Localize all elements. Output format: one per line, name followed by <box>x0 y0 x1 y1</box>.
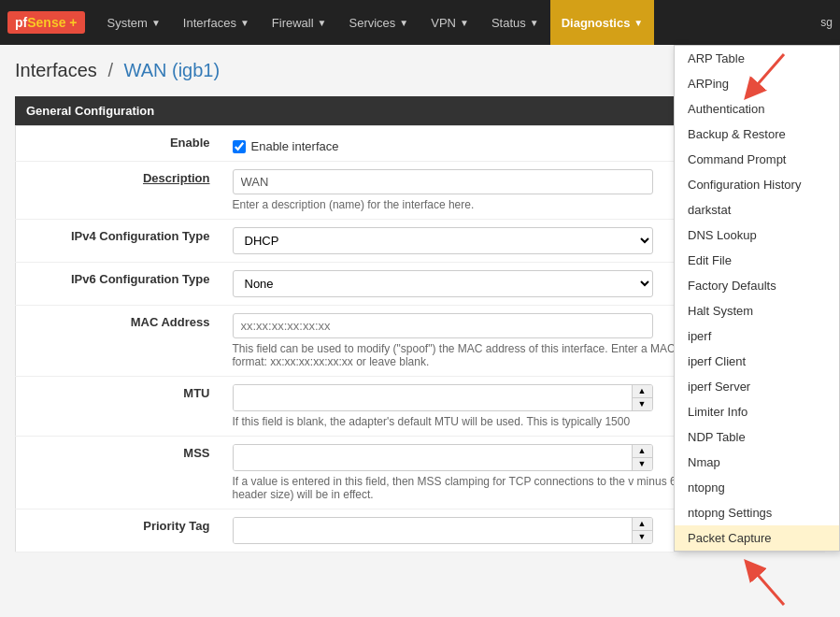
dropdown-item-edit-file[interactable]: Edit File <box>675 248 839 273</box>
label-mtu: MTU <box>16 377 221 437</box>
nav-firewall[interactable]: Firewall ▼ <box>261 0 338 45</box>
dropdown-item-arp-table[interactable]: ARP Table <box>675 46 839 71</box>
ipv6-select[interactable]: None DHCPv6 Static SLAAC <box>233 270 653 297</box>
interfaces-caret: ▼ <box>240 18 249 28</box>
priority-tag-down-button[interactable]: ▼ <box>633 531 652 543</box>
enable-checkbox[interactable] <box>233 140 246 153</box>
system-caret: ▼ <box>151 18 161 28</box>
label-priority-tag: Priority Tag <box>16 509 221 552</box>
label-ipv6: IPv6 Configuration Type <box>16 263 221 306</box>
dropdown-item-ntopng[interactable]: ntopng <box>675 475 839 500</box>
dropdown-item-halt-system[interactable]: Halt System <box>675 298 839 323</box>
navbar: pfSense + System ▼ Interfaces ▼ Firewall… <box>0 0 840 45</box>
breadcrumb-sep: / <box>107 60 113 80</box>
dropdown-item-backup-restore[interactable]: Backup & Restore <box>675 122 839 147</box>
breadcrumb-current: WAN (igb1) <box>124 60 221 80</box>
nav-vpn[interactable]: VPN ▼ <box>420 0 480 45</box>
checkbox-text-enable: Enable interface <box>251 139 339 153</box>
dropdown-item-dns-lookup[interactable]: DNS Lookup <box>675 222 839 248</box>
nav-system[interactable]: System ▼ <box>96 0 172 45</box>
mss-arrows: ▲ ▼ <box>632 445 652 470</box>
page-content: Interfaces / WAN (igb1) General Configur… <box>0 45 840 617</box>
mtu-down-button[interactable]: ▼ <box>633 398 652 410</box>
label-description: Description <box>16 162 221 220</box>
nav-right-text: sg <box>820 16 833 29</box>
logo-sense: Sense <box>27 15 65 30</box>
ipv4-select[interactable]: DHCP Static None <box>233 227 653 254</box>
vpn-caret: ▼ <box>460 18 469 28</box>
dropdown-item-limiter-info[interactable]: Limiter Info <box>675 399 839 424</box>
status-caret: ▼ <box>530 18 539 28</box>
priority-tag-input[interactable] <box>234 518 632 543</box>
dropdown-item-darkstat[interactable]: darkstat <box>675 197 839 222</box>
dropdown-item-ndp-table[interactable]: NDP Table <box>675 424 839 450</box>
mtu-arrows: ▲ ▼ <box>632 385 652 410</box>
priority-tag-up-button[interactable]: ▲ <box>633 518 652 531</box>
dropdown-item-packet-capture[interactable]: Packet Capture <box>675 525 839 551</box>
breadcrumb-parent[interactable]: Interfaces <box>15 60 97 80</box>
dropdown-item-authentication[interactable]: Authentication <box>675 96 839 122</box>
diagnostics-dropdown: ARP Table ARPing Authentication Backup &… <box>674 45 840 552</box>
label-mac: MAC Address <box>16 306 221 377</box>
firewall-caret: ▼ <box>318 18 327 28</box>
description-input[interactable] <box>233 169 653 194</box>
services-caret: ▼ <box>399 18 408 28</box>
mss-up-button[interactable]: ▲ <box>633 445 652 458</box>
logo[interactable]: pfSense + <box>7 11 85 34</box>
mss-stepper: ▲ ▼ <box>233 444 653 471</box>
diagnostics-caret: ▼ <box>634 18 643 28</box>
priority-tag-stepper: ▲ ▼ <box>233 517 653 544</box>
dropdown-item-ntopng-settings[interactable]: ntopng Settings <box>675 500 839 525</box>
dropdown-item-iperf-client[interactable]: iperf Client <box>675 349 839 374</box>
mac-input[interactable] <box>233 313 653 338</box>
nav-diagnostics[interactable]: Diagnostics ▼ <box>550 0 655 45</box>
nav-status[interactable]: Status ▼ <box>480 0 550 45</box>
dropdown-item-iperf[interactable]: iperf <box>675 323 839 349</box>
dropdown-item-command-prompt[interactable]: Command Prompt <box>675 147 839 172</box>
label-mss: MSS <box>16 437 221 509</box>
mtu-stepper: ▲ ▼ <box>233 384 653 411</box>
dropdown-item-arping[interactable]: ARPing <box>675 71 839 96</box>
mtu-up-button[interactable]: ▲ <box>633 385 652 398</box>
dropdown-item-iperf-server[interactable]: iperf Server <box>675 374 839 399</box>
label-enable: Enable <box>16 126 221 162</box>
mss-input[interactable] <box>234 445 632 470</box>
mss-down-button[interactable]: ▼ <box>633 458 652 470</box>
dropdown-item-factory-defaults[interactable]: Factory Defaults <box>675 273 839 298</box>
nav-interfaces[interactable]: Interfaces ▼ <box>172 0 261 45</box>
dropdown-item-config-history[interactable]: Configuration History <box>675 172 839 197</box>
label-ipv4: IPv4 Configuration Type <box>16 220 221 263</box>
logo-plus: + <box>69 15 77 30</box>
nav-services[interactable]: Services ▼ <box>338 0 420 45</box>
mtu-input[interactable] <box>234 385 632 410</box>
dropdown-item-nmap[interactable]: Nmap <box>675 450 839 475</box>
priority-tag-arrows: ▲ ▼ <box>632 518 652 543</box>
